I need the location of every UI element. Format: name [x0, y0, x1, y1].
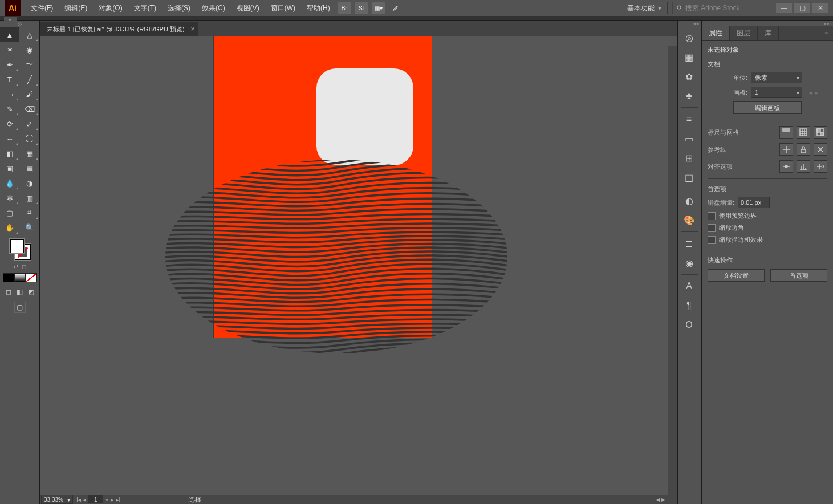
gpu-rocket-icon[interactable] — [389, 2, 402, 14]
zoom-combo[interactable]: 33.33%▾ — [41, 495, 73, 504]
menu-select[interactable]: 选择(S) — [162, 0, 196, 16]
transform-icon[interactable]: ⊞ — [681, 150, 697, 166]
character-icon[interactable]: A — [681, 278, 697, 294]
free-transform-tool[interactable]: ⛶ — [20, 131, 39, 146]
pen-tool[interactable]: ✒ — [0, 57, 19, 72]
zoom-tool[interactable]: 🔍 — [20, 220, 39, 235]
hand-tool[interactable]: ✋ — [0, 220, 19, 235]
use-preview-bounds-checkbox[interactable] — [708, 212, 716, 220]
gradient-tool[interactable]: ▤ — [20, 161, 39, 176]
stock-search-input[interactable]: 搜索 Adobe Stock — [672, 2, 769, 14]
paragraph-icon[interactable]: ¶ — [681, 298, 697, 314]
draw-inside-button[interactable]: ◩ — [26, 287, 37, 297]
line-tool[interactable]: ╱ — [20, 72, 39, 87]
control-strip-toggle[interactable]: « — [4, 17, 17, 22]
scale-strokes-checkbox[interactable] — [708, 236, 716, 244]
ai-themes-icon[interactable]: ◎ — [681, 30, 697, 46]
align-icon[interactable]: ▭ — [681, 131, 697, 147]
perspective-grid-tool[interactable]: ▦ — [20, 146, 39, 161]
width-tool[interactable]: ↔ — [0, 131, 19, 146]
eraser-tool[interactable]: ⌫ — [20, 101, 39, 116]
mesh-tool[interactable]: ▣ — [0, 161, 19, 176]
brushes-icon[interactable]: ✿ — [681, 68, 697, 84]
guides-visibility-button[interactable] — [779, 143, 793, 156]
minimize-button[interactable]: — — [776, 3, 792, 13]
menu-object[interactable]: 对象(O) — [93, 0, 128, 16]
document-tab[interactable]: 未标题-1 [已恢复].ai* @ 33.33% (RGB/GPU 预览) × — [40, 22, 198, 36]
tab-libraries[interactable]: 库 — [758, 26, 779, 40]
snap-point-button[interactable] — [779, 160, 793, 173]
snap-pixel-button[interactable] — [814, 160, 827, 173]
artboard-tool[interactable]: ▢ — [0, 205, 19, 220]
snap-grid-button[interactable] — [797, 160, 810, 173]
rotate-tool[interactable]: ⟳ — [0, 116, 19, 131]
artboard-dropdown[interactable]: 1 — [751, 87, 802, 98]
symbols-icon[interactable]: ♣ — [681, 88, 697, 104]
appearance-icon[interactable]: ≣ — [681, 235, 697, 251]
color-icon[interactable]: 🎨 — [681, 212, 697, 228]
selection-tool[interactable]: ▲ — [0, 27, 19, 42]
prev-artboard-button[interactable]: ◂ — [83, 497, 86, 503]
graphic-styles-icon[interactable]: ◉ — [681, 255, 697, 271]
preferences-button[interactable]: 首选项 — [770, 269, 827, 282]
menu-effect[interactable]: 效果(C) — [196, 0, 231, 16]
tab-properties[interactable]: 属性 — [702, 26, 730, 40]
shaper-tool[interactable]: ✎ — [0, 101, 19, 116]
direct-selection-tool[interactable]: △ — [20, 27, 39, 42]
stock-icon[interactable]: St — [355, 2, 368, 14]
curvature-tool[interactable]: 〜 — [20, 57, 39, 72]
first-artboard-button[interactable]: I◂ — [76, 497, 81, 503]
next-artboard-button[interactable]: ▸ — [111, 497, 113, 503]
swatches-icon[interactable]: ▦ — [681, 49, 697, 65]
menu-type[interactable]: 文字(T) — [128, 0, 162, 16]
symbol-sprayer-tool[interactable]: ✲ — [0, 190, 19, 205]
swap-fill-stroke-icon[interactable]: ⇄ — [14, 263, 18, 270]
guides-lock-button[interactable] — [797, 143, 810, 156]
lasso-tool[interactable]: ◉ — [20, 42, 39, 57]
panel-flyout-menu[interactable]: ≡ — [820, 26, 833, 40]
tab-layers[interactable]: 图层 — [730, 26, 758, 40]
fill-swatch[interactable] — [9, 238, 25, 254]
none-mode-button[interactable] — [26, 273, 37, 282]
horizontal-scrollbar[interactable]: ◂ ▸ — [656, 495, 665, 503]
shape-builder-tool[interactable]: ◧ — [0, 146, 19, 161]
default-fill-stroke-icon[interactable]: ◻ — [22, 263, 26, 270]
magic-wand-tool[interactable]: ✶ — [0, 42, 19, 57]
pathfinder-icon[interactable]: ◫ — [681, 169, 697, 185]
canvas-viewport[interactable]: 33.33%▾ I◂ ◂ 1 ▾ ▸ ▸I 选择 ◂ ▸ — [40, 36, 677, 504]
draw-behind-button[interactable]: ◧ — [14, 287, 26, 297]
units-dropdown[interactable]: 像素 — [751, 72, 802, 83]
paintbrush-tool[interactable]: 🖌 — [20, 87, 39, 101]
key-increment-input[interactable]: 0.01 px — [738, 197, 770, 208]
scale-corners-checkbox[interactable] — [708, 224, 716, 232]
close-tab-icon[interactable]: × — [191, 25, 195, 33]
column-graph-tool[interactable]: ▥ — [20, 190, 39, 205]
panel-collapse-toggle[interactable]: ▸▸ — [702, 21, 833, 26]
document-setup-button[interactable]: 文档设置 — [708, 269, 765, 282]
menu-view[interactable]: 视图(V) — [231, 0, 265, 16]
menu-help[interactable]: 帮助(H) — [301, 0, 336, 16]
slice-tool[interactable]: ⌗ — [20, 205, 39, 220]
maximize-button[interactable]: ▢ — [794, 3, 810, 13]
gradient-mode-button[interactable] — [14, 273, 26, 282]
arrange-docs-icon[interactable]: ▦▾ — [372, 2, 385, 14]
rulers-toggle-button[interactable] — [779, 126, 793, 139]
opentype-icon[interactable]: O — [681, 317, 697, 333]
transparency-grid-button[interactable] — [814, 126, 827, 139]
edit-artboards-button[interactable]: 编辑画板 — [733, 101, 802, 114]
close-button[interactable]: ✕ — [812, 3, 828, 13]
eyedropper-tool[interactable]: 💧 — [0, 176, 19, 190]
smart-guides-button[interactable] — [814, 143, 827, 156]
next-artboard-icon[interactable]: ▸ — [815, 89, 818, 96]
fill-stroke-swatch[interactable] — [9, 238, 31, 260]
bridge-icon[interactable]: Br — [338, 2, 351, 14]
type-tool[interactable]: T — [0, 72, 19, 87]
color-mode-button[interactable] — [3, 273, 14, 282]
dock-expand-toggle[interactable]: ◂◂ — [678, 21, 701, 26]
artboard-number-input[interactable]: 1 — [88, 495, 103, 503]
vertical-scrollbar[interactable] — [668, 36, 677, 495]
menu-edit[interactable]: 编辑(E) — [59, 0, 93, 16]
prev-artboard-icon[interactable]: ◂ — [809, 89, 812, 96]
workspace-switcher[interactable]: 基本功能 ▾ — [621, 2, 668, 14]
rectangle-tool[interactable]: ▭ — [0, 87, 19, 101]
